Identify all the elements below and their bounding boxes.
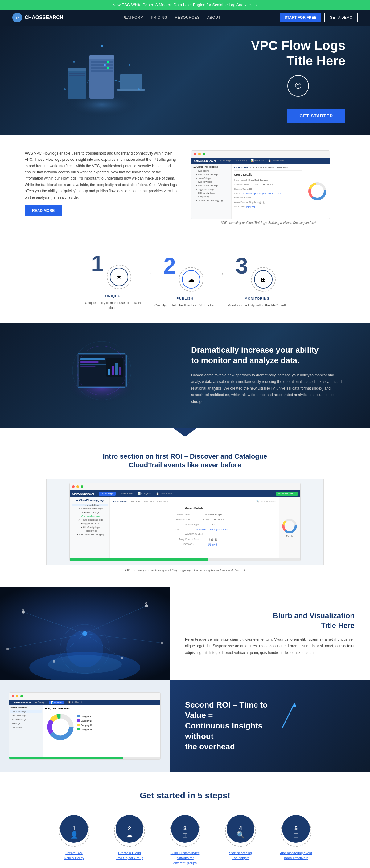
get-started-section: Get started in 5 steps! 1 👤 Create IAMRo… bbox=[0, 772, 370, 868]
s2-dot-red bbox=[12, 695, 14, 698]
get-started-hero-button[interactable]: GET STARTED bbox=[287, 109, 345, 123]
steps-5-container: 1 👤 Create IAMRole & Policy 2 ☁ Create a… bbox=[25, 816, 345, 866]
dot-green bbox=[203, 153, 205, 155]
step5-3-label[interactable]: Build Custom indexpatterns fordifferent … bbox=[171, 850, 200, 866]
step5-5: 5 ⊟ And monitoring eventmore effectively bbox=[271, 816, 321, 861]
info-section: AWS VPC Flow logs enable users to troubl… bbox=[0, 135, 370, 240]
step5-4-label[interactable]: Start searchingFor insights bbox=[229, 850, 252, 861]
info-text-block: AWS VPC Flow logs enable users to troubl… bbox=[25, 150, 179, 216]
step5-1: 1 👤 Create IAMRole & Policy bbox=[49, 816, 99, 861]
step5-2-circle: 2 ☁ bbox=[116, 815, 143, 843]
nav-about[interactable]: ABOUT bbox=[207, 16, 221, 20]
svg-point-19 bbox=[73, 61, 75, 63]
dark-promo-title: Dramatically increase your abilityto mon… bbox=[191, 345, 345, 366]
step-3-label: MONITORING bbox=[245, 297, 269, 300]
section-arrow bbox=[173, 428, 197, 437]
step5-2-border: 2 ☁ bbox=[114, 816, 145, 847]
nav-resources[interactable]: RESOURCES bbox=[175, 16, 200, 20]
step5-2-label[interactable]: Create a CloudTrail Object Group bbox=[116, 850, 143, 861]
svg-rect-31 bbox=[80, 361, 99, 363]
second-roi-screenshot: CHAOSSEARCH ☁ Storage 📊 Analytics 📋 Dash… bbox=[0, 680, 170, 772]
roi-caption: GIF creating and indexing and Object gro… bbox=[25, 568, 345, 572]
step5-4-icon: 🔍 bbox=[236, 831, 245, 839]
arrow-2: → bbox=[217, 269, 225, 278]
svg-point-63 bbox=[66, 630, 103, 668]
hero-globe bbox=[0, 26, 203, 135]
roi-section: Intro section on first ROI – Discover an… bbox=[0, 437, 370, 587]
roi-dot-red bbox=[72, 486, 75, 488]
svg-point-7 bbox=[107, 61, 109, 63]
step5-4-circle: 4 🔍 bbox=[227, 815, 254, 843]
read-more-button[interactable]: READ MORE bbox=[25, 206, 62, 216]
blurb-viz-text: Pellentesque vel nisl vitae diam ultrici… bbox=[185, 637, 354, 656]
nav-platform[interactable]: PLATFORM bbox=[122, 16, 143, 20]
svg-point-21 bbox=[64, 88, 66, 90]
svg-rect-2 bbox=[89, 56, 114, 59]
dot-yellow bbox=[198, 153, 201, 155]
hero-section: VPC Flow LogsTitle Here © GET STARTED bbox=[0, 26, 370, 135]
svg-rect-6 bbox=[91, 70, 113, 72]
svg-point-57 bbox=[6, 648, 9, 650]
svg-rect-36 bbox=[112, 366, 114, 375]
step5-3-icon: ⊞ bbox=[182, 831, 188, 839]
step5-4-border: 4 🔍 bbox=[225, 816, 256, 847]
step5-3-circle: 3 ⊞ bbox=[171, 815, 199, 843]
blurb-viz-section: ⊕ ⊕ Blurb and VisualizationTitle Here Pe… bbox=[0, 587, 370, 680]
svg-point-59 bbox=[53, 660, 55, 662]
step5-4: 4 🔍 Start searchingFor insights bbox=[216, 816, 265, 861]
svg-rect-14 bbox=[120, 74, 142, 89]
step5-1-label[interactable]: Create IAMRole & Policy bbox=[64, 850, 84, 861]
nav-pricing[interactable]: PRICING bbox=[151, 16, 168, 20]
svg-line-17 bbox=[114, 80, 120, 82]
svg-rect-11 bbox=[68, 68, 86, 71]
svg-point-60 bbox=[120, 657, 123, 659]
second-roi-bar bbox=[9, 693, 160, 700]
dark-promo-section: Dramatically increase your abilityto mon… bbox=[0, 323, 370, 428]
step5-5-border: 5 ⊟ bbox=[281, 816, 311, 847]
screenshot-caption: *GIF searching on CloudTrail logs, Build… bbox=[191, 221, 345, 224]
network-visual: ⊕ ⊕ bbox=[0, 587, 170, 680]
banner-text: New ESG White Paper: A Modern Data Lake … bbox=[113, 2, 257, 7]
dark-promo-visual bbox=[25, 341, 179, 409]
step-1: 1 ★ UNIQUE Unique ability to make user o… bbox=[82, 252, 144, 310]
step5-2-icon: ☁ bbox=[126, 831, 133, 839]
dark-promo-text: ChaosSearch takes a new approach to dram… bbox=[191, 372, 345, 405]
svg-point-58 bbox=[161, 642, 163, 644]
navigation: © CHAOSSEARCH PLATFORM PRICING RESOURCES… bbox=[0, 9, 370, 26]
roi-browser-bar bbox=[70, 483, 300, 490]
step5-3: 3 ⊞ Build Custom indexpatterns fordiffer… bbox=[160, 816, 210, 866]
step-2: 2 ☁ PUBLISH Quickly publish the flow to … bbox=[154, 255, 216, 308]
svg-line-16 bbox=[86, 80, 89, 83]
nav-links: PLATFORM PRICING RESOURCES ABOUT bbox=[122, 16, 221, 20]
step5-5-label[interactable]: And monitoring eventmore effectively bbox=[280, 850, 312, 861]
nav-buttons: START FOR FREE GET A DEMO bbox=[280, 12, 358, 23]
roi-dot-green bbox=[81, 486, 83, 488]
svg-rect-33 bbox=[80, 366, 95, 368]
step5-1-border: 1 👤 bbox=[59, 816, 89, 847]
step5-5-icon: ⊟ bbox=[293, 831, 299, 839]
get-demo-button[interactable]: GET A DEMO bbox=[324, 12, 358, 23]
roi-title: Intro section on first ROI – Discover an… bbox=[25, 452, 345, 470]
step-3-desc: Monitoring activity within the VPC itsel… bbox=[228, 303, 287, 308]
blurb-viz-title: Blurb and VisualizationTitle Here bbox=[185, 611, 354, 630]
dark-promo-content: Dramatically increase your abilityto mon… bbox=[191, 345, 345, 405]
step5-2: 2 ☁ Create a CloudTrail Object Group bbox=[105, 816, 154, 861]
start-free-button[interactable]: START FOR FREE bbox=[280, 12, 321, 23]
svg-rect-37 bbox=[115, 363, 118, 375]
roi-screenshot: CHAOSSEARCH ☁ Storage ⚗ Refinery 📊 Analy… bbox=[46, 479, 324, 565]
svg-rect-30 bbox=[80, 358, 105, 360]
get-started-title: Get started in 5 steps! bbox=[25, 791, 345, 801]
second-roi-content: Second ROI – Time to Value =Continuous I… bbox=[170, 680, 370, 772]
s2-dot-yellow bbox=[16, 695, 19, 698]
roi-dot-yellow bbox=[77, 486, 79, 488]
logo-icon: © bbox=[12, 12, 22, 23]
nav-logo[interactable]: © CHAOSSEARCH bbox=[12, 12, 63, 23]
step5-1-icon: 👤 bbox=[70, 831, 78, 839]
svg-rect-3 bbox=[91, 61, 113, 63]
svg-point-8 bbox=[104, 64, 106, 66]
info-screenshot: CHAOSSEARCH ☁ Storage ⚗ Refinery 📊 Analy… bbox=[191, 150, 330, 219]
logo-text: CHAOSSEARCH bbox=[25, 15, 63, 20]
blurb-viz-content: Blurb and VisualizationTitle Here Pellen… bbox=[170, 587, 370, 680]
svg-rect-4 bbox=[91, 64, 113, 66]
svg-text:⊕: ⊕ bbox=[145, 601, 147, 605]
